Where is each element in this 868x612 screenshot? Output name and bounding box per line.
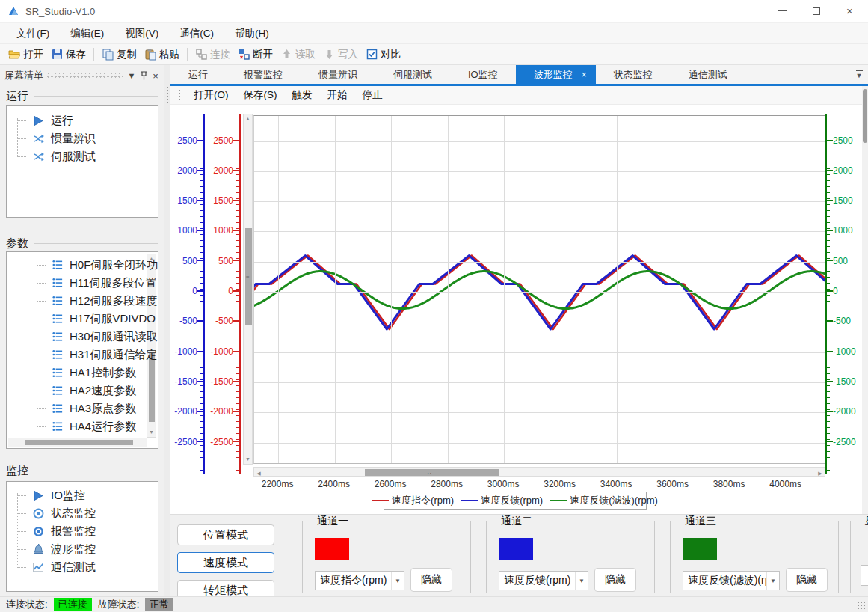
- tab-bar: 运行报警监控惯量辨识伺服测试IO监控波形监控×状态监控通信测试: [170, 65, 868, 84]
- tab-通信测试[interactable]: 通信测试: [671, 65, 745, 84]
- x-tick-label: 3000ms: [477, 479, 529, 489]
- y-tick-label: -2000: [208, 407, 233, 416]
- param-hscrollbar[interactable]: [8, 438, 147, 447]
- tree-stub: [37, 337, 46, 337]
- toolbar-button-disconnect[interactable]: 断开: [234, 46, 277, 63]
- tab-IO监控[interactable]: IO监控: [450, 65, 516, 84]
- hide-button-3[interactable]: 隐藏: [786, 568, 828, 592]
- panel-title: 屏幕清单: [4, 69, 43, 82]
- tab-报警监控[interactable]: 报警监控: [226, 65, 301, 84]
- toolbar-button-open-folder[interactable]: 打开: [4, 46, 47, 63]
- wave-toolbar-触发[interactable]: 触发: [286, 87, 319, 103]
- tab-close-icon[interactable]: ×: [582, 70, 587, 80]
- panel-splitter[interactable]: [164, 65, 170, 596]
- menu-item-2[interactable]: 视图(V): [114, 24, 169, 43]
- toolbar-button-connect[interactable]: 连接: [191, 46, 234, 63]
- tab-波形监控[interactable]: 波形监控×: [516, 65, 596, 84]
- plot-vscrollbar[interactable]: ▲ ≡ ▼: [243, 114, 253, 465]
- app-logo-icon: [7, 5, 19, 17]
- tab-运行[interactable]: 运行: [170, 65, 226, 84]
- mode-button-速度模式[interactable]: 速度模式: [177, 552, 274, 573]
- list-icon: [52, 259, 64, 271]
- close-button[interactable]: ×: [833, 0, 867, 22]
- resize-grip[interactable]: [857, 601, 866, 610]
- dropdown-arrow-icon[interactable]: ▼: [766, 572, 779, 590]
- page-scrollbar[interactable]: [862, 86, 868, 514]
- gridline-horizontal: [254, 412, 825, 413]
- y-tick-label: 1500: [208, 196, 233, 205]
- y-tick-label: -2000: [172, 407, 197, 416]
- plot-area[interactable]: [253, 115, 825, 464]
- param-hscroll-thumb[interactable]: [25, 440, 133, 445]
- tree-item-状态监控[interactable]: 状态监控: [17, 505, 96, 521]
- tree-item-label: HA2速度参数: [70, 384, 136, 398]
- signal-select-1[interactable]: 速度指令(rpm)▼: [315, 571, 404, 590]
- tab-overflow-icon[interactable]: ▼: [853, 68, 865, 80]
- tree-item-H0F伺服全闭环功[interactable]: H0F伺服全闭环功: [37, 257, 158, 273]
- hide-button-2[interactable]: 隐藏: [594, 568, 636, 592]
- toolbar-button-save[interactable]: 保存: [47, 46, 90, 63]
- wave-toolbar-停止[interactable]: 停止: [356, 87, 390, 103]
- tab-伺服测试[interactable]: 伺服测试: [375, 65, 450, 84]
- tab-惯量辨识[interactable]: 惯量辨识: [301, 65, 375, 84]
- mode-button-位置模式[interactable]: 位置模式: [177, 524, 274, 545]
- dropdown-arrow-icon[interactable]: ▼: [391, 572, 404, 590]
- application-window: SR_Studio-V1.0 × 文件(F)编辑(E)视图(V)通信(C)帮助(…: [0, 0, 868, 612]
- tree-item-通信测试[interactable]: 通信测试: [17, 559, 96, 575]
- minimize-button[interactable]: [766, 0, 799, 22]
- plot-hscroll-thumb[interactable]: [365, 469, 499, 476]
- menu-item-3[interactable]: 通信(C): [169, 24, 224, 43]
- menu-item-1[interactable]: 编辑(E): [60, 24, 114, 43]
- wave-toolbar-开始[interactable]: 开始: [321, 87, 354, 103]
- wave-toolbar-保存(S)[interactable]: 保存(S): [237, 87, 284, 103]
- tree-item-H17伺服VDIVDO[interactable]: H17伺服VDIVDO: [37, 310, 156, 327]
- tree-item-HA1控制参数[interactable]: HA1控制参数: [37, 364, 136, 381]
- chevron-down-icon[interactable]: ▼: [126, 70, 138, 82]
- tree-item-HA4运行参数[interactable]: HA4运行参数: [37, 418, 136, 435]
- partial-control[interactable]: [861, 565, 868, 586]
- y-tick-label: -1000: [172, 347, 197, 356]
- signal-select-2[interactable]: 速度反馈(rpm)▼: [499, 571, 588, 590]
- tree-item-HA2速度参数[interactable]: HA2速度参数: [37, 382, 136, 399]
- tree-item-IO监控[interactable]: IO监控: [17, 487, 85, 504]
- y-tick-label: 1000: [172, 226, 197, 235]
- tree-item-惯量辨识[interactable]: 惯量辨识: [17, 130, 96, 147]
- mode-button-转矩模式[interactable]: 转矩模式: [177, 580, 274, 596]
- legend-label: 速度反馈(滤波)(rpm): [570, 494, 658, 507]
- tree-stub: [17, 495, 26, 496]
- close-panel-icon[interactable]: ×: [150, 70, 161, 82]
- y-tick-label: 1500: [172, 196, 197, 205]
- toolbar-button-copy[interactable]: 复制: [98, 46, 141, 63]
- plot-hscrollbar[interactable]: ◀ ∷ ▶: [253, 467, 825, 477]
- axis-major-tick: [827, 320, 833, 322]
- tree-item-伺服测试[interactable]: 伺服测试: [17, 148, 96, 165]
- param-list: ▲ ▼ H0F伺服全闭环功H11伺服多段位置H12伺服多段速度H17伺服VDIV…: [6, 251, 158, 449]
- hide-button-1[interactable]: 隐藏: [410, 568, 452, 592]
- signal-select-value: 速度指令(rpm): [316, 574, 391, 587]
- tree-item-H31伺服通信给定[interactable]: H31伺服通信给定: [37, 346, 158, 363]
- toolbar-button-read[interactable]: 读取: [277, 46, 319, 63]
- param-vscroll-thumb[interactable]: [149, 353, 155, 422]
- channel-color-swatch: [683, 538, 717, 560]
- tree-item-H30伺服通讯读取[interactable]: H30伺服通讯读取: [37, 328, 158, 345]
- page-scroll-thumb[interactable]: [863, 89, 867, 143]
- menu-item-0[interactable]: 文件(F): [6, 24, 60, 43]
- tree-item-H11伺服多段位置[interactable]: H11伺服多段位置: [37, 275, 156, 291]
- tree-item-H12伺服多段速度[interactable]: H12伺服多段速度: [37, 293, 158, 309]
- read-icon: [280, 48, 293, 61]
- toolbar-button-write[interactable]: 写入: [319, 46, 362, 63]
- tab-状态监控[interactable]: 状态监控: [596, 65, 671, 84]
- wave-toolbar-打开(O)[interactable]: 打开(O): [187, 87, 236, 103]
- tree-item-波形监控[interactable]: 波形监控: [17, 541, 96, 557]
- tree-item-报警监控[interactable]: 报警监控: [17, 523, 96, 539]
- dropdown-arrow-icon[interactable]: ▼: [575, 572, 588, 590]
- tree-item-运行[interactable]: 运行: [17, 112, 73, 129]
- signal-select-3[interactable]: 速度反馈(滤波)(rp▼: [683, 571, 780, 590]
- maximize-button[interactable]: [799, 0, 833, 22]
- toolbar-button-paste[interactable]: 粘贴: [141, 46, 183, 63]
- menu-item-4[interactable]: 帮助(H): [224, 24, 280, 43]
- copy-icon: [102, 48, 114, 61]
- tree-item-HA3原点参数[interactable]: HA3原点参数: [37, 400, 136, 417]
- toolbar-button-compare[interactable]: 对比: [362, 46, 404, 63]
- pin-icon[interactable]: [138, 70, 150, 82]
